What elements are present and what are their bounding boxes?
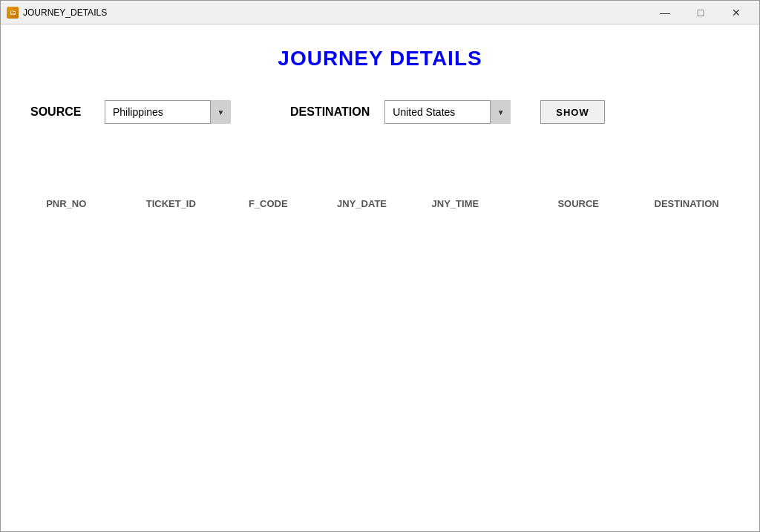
title-bar-controls: — □ ✕ xyxy=(648,4,753,22)
col-header-fcode: F_CODE xyxy=(232,198,304,209)
col-header-pnr: PNR_NO xyxy=(30,198,102,209)
source-label: SOURCE xyxy=(30,105,90,119)
col-header-destination: DESTINATION xyxy=(643,198,730,209)
minimize-button[interactable]: — xyxy=(648,4,682,22)
window-icon: 🗂 xyxy=(7,7,19,19)
col-header-date: JNY_DATE xyxy=(319,198,405,209)
table-header: PNR_NO TICKET_ID F_CODE JNY_DATE JNY_TIM… xyxy=(30,198,730,215)
col-header-time: JNY_TIME xyxy=(412,198,498,209)
destination-label: DESTINATION xyxy=(290,105,370,119)
close-button[interactable]: ✕ xyxy=(719,4,753,22)
destination-dropdown-wrapper: United States Philippines Japan India Au… xyxy=(384,100,511,124)
source-dropdown[interactable]: Philippines United States Japan India Au… xyxy=(105,100,231,124)
source-dropdown-wrapper: Philippines United States Japan India Au… xyxy=(105,100,231,124)
main-window: 🗂 JOURNEY_DETAILS — □ ✕ JOURNEY DETAILS … xyxy=(0,0,760,532)
controls-row: SOURCE Philippines United States Japan I… xyxy=(30,100,730,124)
page-title: JOURNEY DETAILS xyxy=(30,47,730,70)
col-header-ticket: TICKET_ID xyxy=(125,198,218,209)
title-bar: 🗂 JOURNEY_DETAILS — □ ✕ xyxy=(1,1,759,24)
table-area: PNR_NO TICKET_ID F_CODE JNY_DATE JNY_TIM… xyxy=(30,198,730,509)
window-title: JOURNEY_DETAILS xyxy=(23,7,107,18)
destination-dropdown[interactable]: United States Philippines Japan India Au… xyxy=(384,100,511,124)
show-button[interactable]: SHOW xyxy=(540,100,604,124)
main-content: JOURNEY DETAILS SOURCE Philippines Unite… xyxy=(1,24,759,531)
col-header-source: SOURCE xyxy=(535,198,621,209)
maximize-button[interactable]: □ xyxy=(684,4,718,22)
title-bar-left: 🗂 JOURNEY_DETAILS xyxy=(7,7,107,19)
